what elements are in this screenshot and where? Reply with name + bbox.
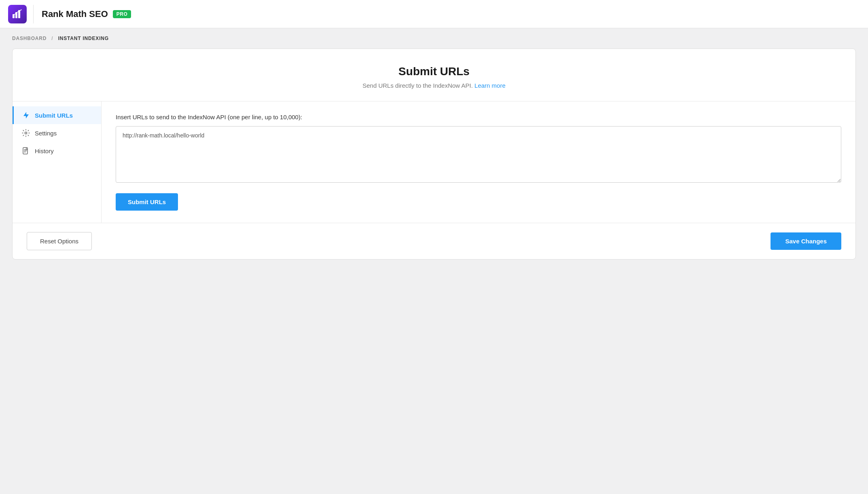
document-icon — [22, 147, 30, 155]
pro-badge: PRO — [113, 10, 131, 18]
card-subtitle: Send URLs directly to the IndexNow API. … — [25, 82, 843, 89]
app-title: Rank Math SEO — [42, 9, 108, 19]
main-card: Submit URLs Send URLs directly to the In… — [12, 49, 856, 260]
app-header: Rank Math SEO PRO — [0, 0, 868, 28]
url-textarea[interactable]: http://rank-math.local/hello-world — [116, 126, 841, 183]
sidebar-item-settings[interactable]: Settings — [13, 124, 101, 142]
reset-options-button[interactable]: Reset Options — [27, 232, 92, 250]
breadcrumb-dashboard[interactable]: DASHBOARD — [12, 36, 47, 41]
card-footer: Reset Options Save Changes — [13, 223, 855, 259]
breadcrumb: DASHBOARD / INSTANT INDEXING — [0, 28, 868, 49]
sidebar-nav: Submit URLs Settings — [13, 101, 102, 223]
header-divider — [33, 5, 34, 23]
card-subtitle-text: Send URLs directly to the IndexNow API. — [362, 82, 473, 89]
card-title: Submit URLs — [25, 65, 843, 78]
lightning-icon — [22, 111, 30, 119]
breadcrumb-separator: / — [51, 36, 53, 41]
sidebar-label-settings: Settings — [35, 130, 57, 137]
breadcrumb-current: INSTANT INDEXING — [58, 36, 109, 41]
sidebar-label-submit-urls: Submit URLs — [35, 112, 73, 119]
sidebar-label-history: History — [35, 148, 54, 154]
sidebar-item-history[interactable]: History — [13, 142, 101, 160]
card-header: Submit URLs Send URLs directly to the In… — [13, 49, 855, 101]
learn-more-link[interactable]: Learn more — [474, 82, 506, 89]
app-logo — [8, 5, 27, 23]
card-body: Submit URLs Settings — [13, 101, 855, 223]
field-label: Insert URLs to send to the IndexNow API … — [116, 114, 841, 120]
save-changes-button[interactable]: Save Changes — [771, 232, 841, 250]
gear-icon — [22, 129, 30, 137]
submit-urls-button[interactable]: Submit URLs — [116, 193, 178, 211]
svg-point-3 — [25, 132, 27, 134]
content-area: Insert URLs to send to the IndexNow API … — [102, 101, 855, 223]
sidebar-item-submit-urls[interactable]: Submit URLs — [13, 106, 101, 124]
